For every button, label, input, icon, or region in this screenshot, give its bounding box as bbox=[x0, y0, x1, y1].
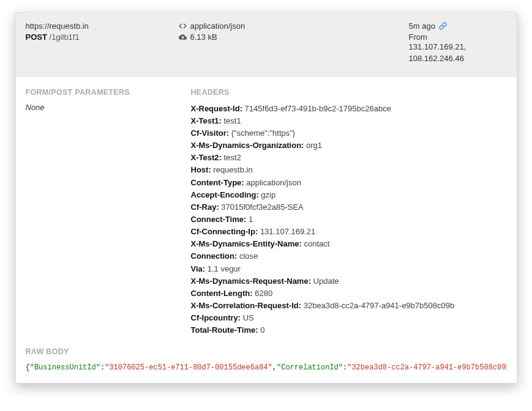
permalink-icon[interactable] bbox=[439, 22, 447, 30]
params-column: FORM/POST PARAMETERS None bbox=[26, 88, 191, 337]
header-value: Update bbox=[311, 276, 339, 286]
header-value: application/json bbox=[244, 178, 301, 187]
header-value: 37015f0fcf3e2a85-SEA bbox=[219, 202, 304, 212]
params-none: None bbox=[26, 103, 179, 112]
from-label: From bbox=[409, 32, 507, 42]
header-value: test2 bbox=[222, 153, 241, 162]
header-value: 1 bbox=[246, 215, 253, 224]
header-name: Cf-Ray: bbox=[191, 202, 219, 212]
time-ago: 5m ago bbox=[409, 21, 435, 31]
summary-bar: https://requestb.in POST /1gilb1f1 appli… bbox=[16, 13, 517, 77]
header-value: test1 bbox=[222, 116, 241, 125]
header-row: X-Ms-Dynamics-Entity-Name: contact bbox=[191, 238, 507, 250]
cloud-download-icon bbox=[179, 33, 187, 41]
header-row: Cf-Ipcountry: US bbox=[191, 312, 507, 324]
header-row: Content-Length: 6280 bbox=[191, 287, 507, 300]
header-value: {"scheme":"https"} bbox=[229, 128, 295, 138]
header-value: 0 bbox=[258, 325, 265, 335]
header-value: requestb.in bbox=[211, 165, 253, 174]
header-name: Connection: bbox=[191, 251, 238, 261]
request-path: /1gilb1f1 bbox=[50, 32, 80, 42]
header-name: X-Ms-Correlation-Request-Id: bbox=[191, 301, 302, 310]
raw-body-title: RAW BODY bbox=[26, 347, 507, 356]
header-value: 32bea3d8-cc2a-4797-a941-e9b7b508c09b bbox=[301, 301, 454, 310]
size-value: 6.13 kB bbox=[190, 32, 217, 42]
headers-column: HEADERS X-Request-Id: 7145f6d3-ef73-491b… bbox=[191, 88, 507, 337]
code-icon bbox=[179, 22, 187, 30]
summary-meta-col: application/json 6.13 kB bbox=[179, 21, 409, 65]
header-value: US bbox=[241, 313, 254, 322]
header-row: Content-Type: application/json bbox=[191, 177, 507, 189]
header-name: Content-Length: bbox=[191, 289, 253, 298]
header-name: X-Ms-Dynamics-Organization: bbox=[191, 141, 304, 150]
http-method: POST bbox=[26, 32, 47, 42]
details-section: FORM/POST PARAMETERS None HEADERS X-Requ… bbox=[16, 77, 517, 341]
request-url: https://requestb.in bbox=[26, 21, 179, 31]
content-type-row: application/json bbox=[179, 21, 409, 31]
params-title: FORM/POST PARAMETERS bbox=[26, 88, 179, 97]
header-name: X-Ms-Dynamics-Entity-Name: bbox=[191, 239, 302, 248]
raw-body-scroll[interactable]: {"BusinessUnitId":"31076025-ec51-e711-80… bbox=[26, 362, 507, 382]
header-row: Cf-Ray: 37015f0fcf3e2a85-SEA bbox=[191, 201, 507, 213]
header-value: 1.1 vegur bbox=[205, 264, 241, 273]
header-row: Via: 1.1 vegur bbox=[191, 263, 507, 275]
method-path-row: POST /1gilb1f1 bbox=[26, 32, 179, 42]
header-name: Total-Route-Time: bbox=[191, 325, 258, 335]
header-name: Via: bbox=[191, 264, 206, 273]
headers-list: X-Request-Id: 7145f6d3-ef73-491b-b9c2-17… bbox=[191, 103, 507, 337]
header-name: Host: bbox=[191, 165, 211, 174]
header-row: Accept-Encoding: gzip bbox=[191, 189, 507, 201]
header-value: 131.107.169.21 bbox=[258, 227, 315, 236]
header-row: Connection: close bbox=[191, 250, 507, 262]
headers-title: HEADERS bbox=[191, 88, 507, 97]
raw-body-section: RAW BODY {"BusinessUnitId":"31076025-ec5… bbox=[16, 340, 517, 382]
header-name: Cf-Connecting-Ip: bbox=[191, 227, 258, 236]
header-row: X-Test1: test1 bbox=[191, 115, 507, 127]
header-name: Cf-Visitor: bbox=[191, 128, 230, 138]
header-name: X-Ms-Dynamics-Request-Name: bbox=[191, 276, 312, 286]
header-value: gzip bbox=[259, 190, 275, 199]
header-value: close bbox=[237, 251, 258, 261]
header-name: X-Request-Id: bbox=[191, 104, 243, 113]
request-card: https://requestb.in POST /1gilb1f1 appli… bbox=[15, 12, 517, 383]
header-row: X-Ms-Correlation-Request-Id: 32bea3d8-cc… bbox=[191, 300, 507, 312]
header-name: X-Test1: bbox=[191, 116, 222, 125]
header-row: X-Ms-Dynamics-Organization: org1 bbox=[191, 139, 507, 152]
header-row: Total-Route-Time: 0 bbox=[191, 324, 507, 336]
header-value: 7145f6d3-ef73-491b-b9c2-1795bc26abce bbox=[242, 104, 391, 113]
header-name: Content-Type: bbox=[191, 178, 244, 187]
header-name: Connect-Time: bbox=[191, 215, 247, 224]
header-row: Connect-Time: 1 bbox=[191, 213, 507, 226]
header-value: 6280 bbox=[253, 289, 273, 298]
from-ips: 131.107.169.21, 108.162.246.46 bbox=[409, 42, 507, 65]
header-row: X-Test2: test2 bbox=[191, 152, 507, 164]
header-row: Cf-Visitor: {"scheme":"https"} bbox=[191, 127, 507, 139]
header-value: org1 bbox=[304, 141, 322, 150]
header-row: X-Request-Id: 7145f6d3-ef73-491b-b9c2-17… bbox=[191, 103, 507, 115]
header-value: contact bbox=[302, 239, 330, 248]
size-row: 6.13 kB bbox=[179, 32, 409, 42]
raw-body-content: {"BusinessUnitId":"31076025-ec51-e711-80… bbox=[26, 362, 507, 378]
time-row: 5m ago bbox=[409, 21, 507, 31]
header-row: X-Ms-Dynamics-Request-Name: Update bbox=[191, 275, 507, 287]
header-name: Cf-Ipcountry: bbox=[191, 313, 241, 322]
summary-time-col: 5m ago From 131.107.169.21, 108.162.246.… bbox=[409, 21, 507, 65]
header-row: Cf-Connecting-Ip: 131.107.169.21 bbox=[191, 226, 507, 238]
header-name: X-Test2: bbox=[191, 153, 222, 162]
content-type-value: application/json bbox=[190, 21, 245, 31]
header-row: Host: requestb.in bbox=[191, 164, 507, 176]
summary-url-col: https://requestb.in POST /1gilb1f1 bbox=[26, 21, 179, 65]
header-name: Accept-Encoding: bbox=[191, 190, 259, 199]
